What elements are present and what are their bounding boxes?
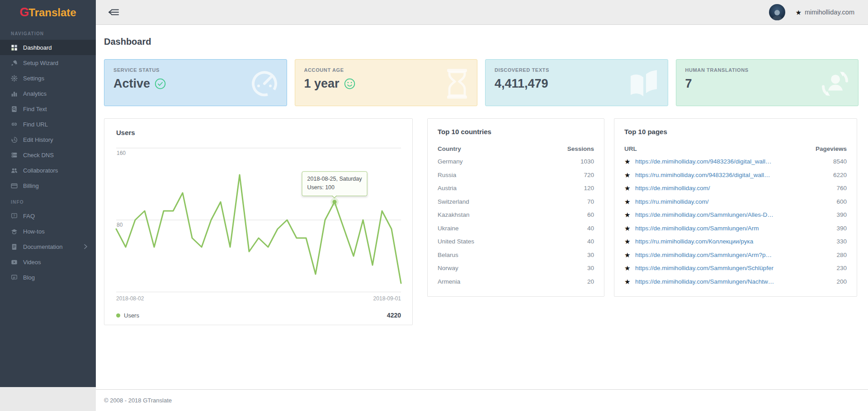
page-views: 200	[818, 278, 847, 285]
page-url-link[interactable]: https://de.mimiholliday.com/	[635, 185, 818, 191]
sidebar-item-settings[interactable]: Settings	[0, 70, 96, 86]
sidebar-item-blog[interactable]: Blog	[0, 270, 96, 285]
country-row-austria: Austria120	[438, 182, 594, 195]
page-url-link[interactable]: https://de.mimiholliday.com/Sammlungen/A…	[635, 252, 818, 258]
country-name: Belarus	[438, 252, 458, 258]
country-sessions: 60	[587, 211, 594, 218]
page-views: 330	[818, 238, 847, 245]
current-site-selector[interactable]: ★ mimiholliday.com	[795, 9, 854, 16]
page-row-8: ★https://de.mimiholliday.com/Sammlungen/…	[624, 248, 847, 262]
graduation-cap-icon	[11, 228, 18, 235]
page-url-link[interactable]: https://de.mimiholliday.com/Sammlungen/S…	[635, 265, 818, 271]
page-row-2: ★https://ru.mimiholliday.com/9483236/dig…	[624, 168, 847, 182]
country-name: Kazakhstan	[438, 211, 470, 218]
sidebar-item-label: Blog	[23, 274, 35, 281]
star-icon: ★	[795, 9, 801, 16]
legend-dot-icon	[116, 313, 120, 318]
check-circle-icon	[155, 78, 166, 89]
country-sessions: 30	[587, 265, 594, 271]
nav-section-label-info: INFO	[0, 193, 96, 208]
star-icon[interactable]: ★	[624, 225, 635, 232]
page-views: 390	[818, 211, 847, 218]
page-views: 600	[818, 198, 847, 205]
sidebar-item-documentation[interactable]: Documentation	[0, 239, 96, 254]
stat-card-service-status: SERVICE STATUSActive	[104, 59, 287, 106]
page-url-link[interactable]: https://de.mimiholliday.com/Sammlungen/N…	[635, 278, 818, 285]
star-icon[interactable]: ★	[624, 211, 635, 218]
top-countries-card: Top 10 countries Country Sessions German…	[427, 118, 604, 297]
logo-g: G	[19, 5, 28, 19]
sidebar-item-check-dns[interactable]: Check DNS	[0, 147, 96, 163]
page-url-link[interactable]: https://de.mimiholliday.com/Sammlungen/A…	[635, 211, 818, 218]
user-sync-icon	[819, 68, 851, 101]
sidebar-item-label: Collaborators	[23, 167, 58, 174]
x-axis-end: 2018-09-01	[373, 295, 401, 302]
page-url-link[interactable]: https://ru.mimiholliday.com/9483236/digi…	[635, 172, 818, 178]
country-row-switzerland: Switzerland70	[438, 195, 594, 209]
page-views: 230	[818, 265, 847, 271]
svg-text:?: ?	[13, 214, 15, 217]
sidebar-item-label: Check DNS	[23, 152, 54, 159]
country-name: Armenia	[438, 278, 460, 285]
sidebar-item-faq[interactable]: ?FAQ	[0, 208, 96, 224]
sidebar-item-billing[interactable]: Billing	[0, 178, 96, 193]
legend-label: Users	[124, 312, 139, 319]
sidebar-item-find-text[interactable]: Find Text	[0, 101, 96, 117]
bar-chart-icon	[11, 90, 18, 97]
sidebar-item-label: Documentation	[23, 243, 62, 250]
star-icon[interactable]: ★	[624, 158, 635, 165]
chart-legend-row: Users 4220	[116, 312, 401, 319]
chevron-right-icon	[84, 244, 88, 249]
sidebar-item-edit-history[interactable]: Edit History	[0, 132, 96, 147]
star-icon[interactable]: ★	[624, 185, 635, 191]
sidebar-item-videos[interactable]: Videos	[0, 254, 96, 270]
user-photo-avatar[interactable]	[769, 4, 785, 20]
country-row-belarus: Belarus30	[438, 248, 594, 262]
star-icon[interactable]: ★	[624, 252, 635, 258]
sidebar-item-collaborators[interactable]: Collaborators	[0, 163, 96, 178]
sidebar-item-setup-wizard[interactable]: Setup Wizard	[0, 55, 96, 70]
country-row-armenia: Armenia20	[438, 275, 594, 289]
star-icon[interactable]: ★	[624, 278, 635, 285]
current-domain: mimiholliday.com	[805, 9, 854, 16]
sidebar-item-dashboard[interactable]: Dashboard	[0, 40, 96, 55]
sidebar-item-label: Analytics	[23, 90, 47, 97]
credit-card-icon	[11, 182, 18, 189]
logo-text: Translate	[28, 6, 76, 19]
users-chart-card: Users 16080 2018-08-25, Saturday Users: …	[104, 118, 413, 325]
country-row-germany: Germany1030	[438, 155, 594, 168]
gtranslate-logo[interactable]: GTranslate	[0, 0, 96, 25]
link-icon	[11, 121, 18, 128]
sidebar-item-find-url[interactable]: Find URL	[0, 117, 96, 132]
country-name: Germany	[438, 158, 463, 165]
gauge-icon	[250, 69, 279, 100]
collapse-sidebar-icon[interactable]	[108, 8, 119, 17]
pages-header-pageviews: Pageviews	[816, 145, 847, 152]
country-name: Norway	[438, 265, 458, 271]
page-views: 280	[818, 252, 847, 258]
sidebar-item-how-tos[interactable]: How-tos	[0, 224, 96, 239]
page-url-link[interactable]: https://ru.mimiholliday.com/Коллекции/ру…	[635, 238, 818, 245]
copyright-text: © 2008 - 2018 GTranslate	[104, 397, 172, 404]
users-chart[interactable]: 16080 2018-08-25, Saturday Users: 100	[116, 148, 401, 292]
star-icon[interactable]: ★	[624, 198, 635, 205]
page-row-3: ★https://de.mimiholliday.com/760	[624, 182, 847, 195]
page-row-1: ★https://de.mimiholliday.com/9483236/dig…	[624, 155, 847, 168]
countries-table-body: Germany1030Russia720Austria120Switzerlan…	[438, 155, 594, 288]
country-row-ukraine: Ukraine40	[438, 222, 594, 235]
legend-users[interactable]: Users	[116, 312, 139, 319]
star-icon[interactable]: ★	[624, 172, 635, 178]
sidebar-item-analytics[interactable]: Analytics	[0, 86, 96, 101]
nav-section-label-navigation: NAVIGATION	[0, 25, 96, 40]
page-url-link[interactable]: https://de.mimiholliday.com/9483236/digi…	[635, 158, 818, 165]
users-total: 4220	[387, 312, 401, 319]
sidebar-item-label: Find URL	[23, 121, 48, 128]
star-icon[interactable]: ★	[624, 238, 635, 245]
page-views: 8540	[818, 158, 847, 165]
people-icon	[11, 167, 18, 174]
country-row-norway: Norway30	[438, 262, 594, 275]
star-icon[interactable]: ★	[624, 265, 635, 271]
country-sessions: 720	[584, 172, 594, 178]
page-url-link[interactable]: https://ru.mimiholliday.com/	[635, 198, 818, 205]
page-url-link[interactable]: https://de.mimiholliday.com/Sammlungen/A…	[635, 225, 818, 232]
